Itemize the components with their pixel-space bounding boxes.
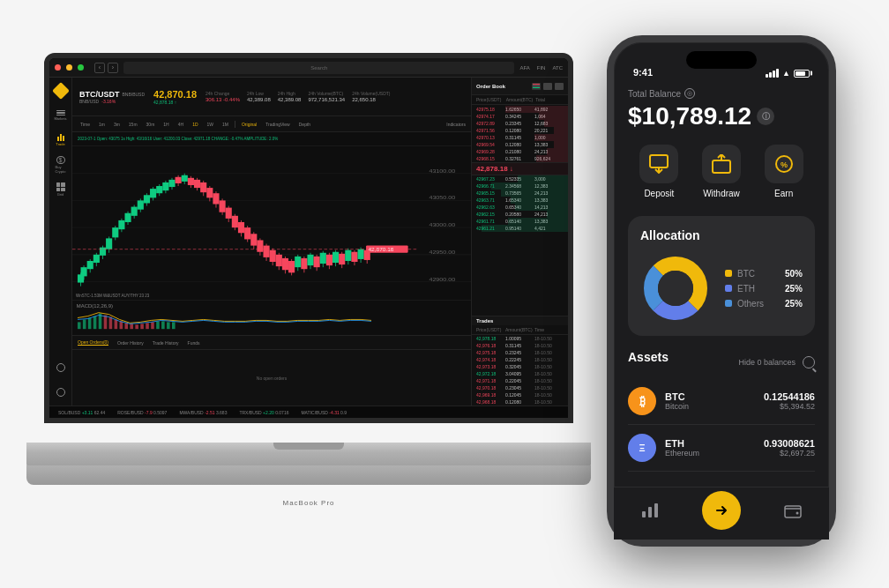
ob-icon2[interactable] [543,83,552,90]
open-orders-tab[interactable]: Open Orders(0) [78,339,108,346]
indicator-btn[interactable]: Indicators [446,122,466,127]
legend-btc: BTC 50% [725,269,803,279]
depth-btn[interactable]: Depth [296,121,313,128]
withdraw-icon-container [702,145,741,183]
signal-bar-3 [773,71,775,78]
ob-icons [532,83,564,90]
sidebar-markets[interactable]: Markets [53,108,69,123]
svg-rect-123 [161,321,165,329]
1w-btn[interactable]: 1W [205,121,217,128]
svg-rect-119 [140,324,144,329]
15m-btn[interactable]: 15m [126,121,140,128]
svg-rect-35 [150,189,156,197]
original-btn[interactable]: Original [239,121,259,128]
ob-ask-3[interactable]: 42972.890.2334512,683 [472,120,568,127]
tab-afa[interactable]: AFA [519,65,529,71]
nav-wallet[interactable] [773,491,812,530]
svg-rect-29 [131,207,138,216]
deposit-action[interactable]: Deposit [639,145,678,198]
sidebar-grid[interactable]: Grid [53,182,69,197]
phone-screen: Total Balance ◎ $10,789.12 ⓘ [614,81,829,501]
svg-text:43000.00: 43000.00 [429,222,455,227]
forward-arrow[interactable]: › [108,63,118,73]
1d-btn[interactable]: 1D [190,121,200,128]
ob-ask-8[interactable]: 42968.150.32761926,624 [472,155,568,162]
30m-btn[interactable]: 30m [144,121,158,128]
ob-ask-5[interactable]: 42970.130.311451,000 [472,134,568,141]
ob-bid-3[interactable]: 42965.150.7356524,213 [472,190,568,197]
1h-btn[interactable]: 1H [161,121,171,128]
annotation-text: 2023-07-1 Open: 43075 1s High: 43/16/16 … [78,137,278,141]
sidebar-settings[interactable] [53,360,69,376]
topbar-search[interactable]: Search [123,62,514,74]
ob-bid-5[interactable]: 42962.630.6534014,213 [472,204,568,211]
asset-eth[interactable]: Ξ ETH Ethereum 0.93008621 $2,697.25 [628,425,815,472]
dot-green[interactable] [78,64,84,71]
ob-ask-7[interactable]: 42969.280.2108024,213 [472,148,568,155]
status-matic: MATIC/BUSD -4.31 0.9 [297,410,350,415]
assets-search-icon[interactable] [803,356,815,368]
ob-bid-2[interactable]: 42966.712.3456812,383 [472,182,568,190]
markets-label: Markets [54,116,66,121]
tab-fin[interactable]: FIN [537,65,546,71]
total-balance-label: Total Balance ◎ [628,88,815,99]
earn-action[interactable]: % Earn [765,145,803,198]
svg-rect-19 [100,248,106,256]
withdraw-action[interactable]: Withdraw [702,145,741,198]
earn-icon-container: % [765,145,803,183]
no-orders: No open orders [78,354,466,403]
ob-bid-1[interactable]: 42967.230.523353,000 [472,175,568,182]
tab-atc[interactable]: ATC [552,65,563,71]
candlestick-svg: 43100.00 43050.00 43000.00 42950.00 4290… [72,146,471,300]
battery-icon [794,70,810,78]
sidebar-trade[interactable]: Trade [53,132,69,148]
trade-7: 42,971.180.2204518-10.50 [472,377,568,384]
ob-bid-7[interactable]: 42961.710.6514013,383 [472,218,568,225]
deposit-icon-container [639,145,678,183]
svg-rect-89 [320,253,326,264]
sidebar-user[interactable] [53,384,69,400]
ob-bid-4[interactable]: 42963.711.6534013,383 [472,197,568,204]
ob-ask-2[interactable]: 42974.170.342451,064 [472,113,568,120]
tradingview-btn[interactable]: TradingView [263,121,293,128]
markets-nav-icon [641,502,659,518]
status-trx: TRX/BUSD +2.20 0.0716 [235,410,292,415]
chart-area[interactable]: 43100.00 43050.00 43000.00 42950.00 4290… [72,146,471,300]
ob-icon3[interactable] [555,83,564,90]
svg-rect-120 [146,323,149,329]
funds-tab[interactable]: Funds [188,340,200,346]
nav-transfer[interactable] [702,491,741,530]
transfer-nav-icon [713,502,730,519]
svg-rect-63 [238,222,244,233]
signal-bars [766,69,779,78]
balance-info-button[interactable]: ⓘ [757,108,774,125]
trade-history-tab[interactable]: Trade History [153,340,179,346]
ob-ask-6[interactable]: 42969.540.1208013,383 [472,141,568,148]
ob-ask-4[interactable]: 42971.560.1208020,221 [472,127,568,134]
sidebar-buy-crypto[interactable]: $ BuyCrypto [53,157,69,173]
volume-label: WnSTC-1.53M W&USDT AUY/THY 23 23 [76,294,149,298]
total-balance-amount: $10,789.12 ⓘ [628,102,815,130]
nav-markets[interactable] [631,491,669,530]
pair-info: BTC/USDT BNB/BUSD BNB/USD -3.16% [79,90,145,104]
3m-btn[interactable]: 3m [111,121,123,128]
ob-bid-6[interactable]: 42962.150.2058024,213 [472,211,568,218]
ob-icon1[interactable] [532,83,541,90]
svg-rect-55 [213,193,219,204]
ob-bid-8[interactable]: 42961.210.951404,421 [472,225,568,232]
time-btn[interactable]: Time [78,121,93,128]
ob-ask-1[interactable]: 42975.181.6265041,892 [472,106,568,113]
sub-pair: BNB/USD [79,99,99,104]
1mo-btn[interactable]: 1M [220,121,231,128]
btc-legend-pct: 50% [785,269,803,279]
sidebar-logo[interactable] [53,83,69,99]
asset-btc[interactable]: ₿ BTC Bitcoin 0.12544186 $5,394.52 [628,378,815,425]
1m-btn[interactable]: 1m [96,121,108,128]
dot-yellow[interactable] [66,64,72,71]
back-arrow[interactable]: ‹ [94,63,105,73]
4h-btn[interactable]: 4H [176,121,186,128]
order-history-tab[interactable]: Order History [117,340,144,346]
assets-title: Assets [628,350,669,364]
dot-red[interactable] [55,64,61,71]
svg-rect-91 [326,255,332,265]
